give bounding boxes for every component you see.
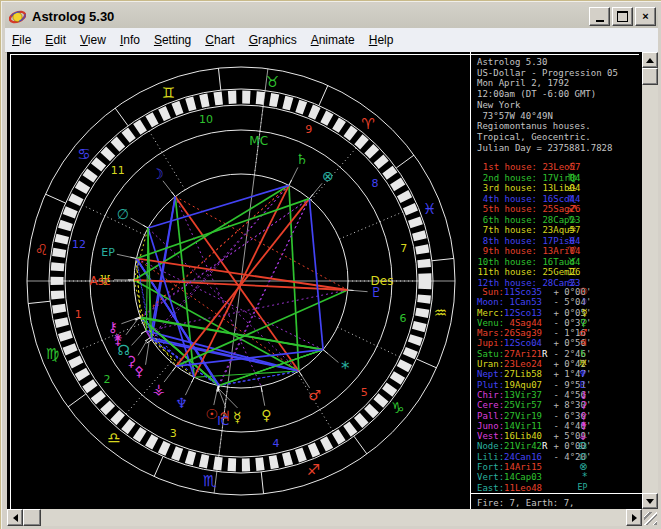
house-cusp-line: [82, 205, 144, 235]
object-row: Juno:14Vir11 - 4°40'⚵: [477, 421, 591, 431]
sign-boundary: [354, 436, 367, 454]
element-summary: Fire: 7, Earth: 7,: [477, 498, 575, 509]
info-panel: Astrolog 5.30US-Dollar - Progression 05M…: [470, 52, 642, 509]
astrolog-window: Astrolog 5.30 × FileEditViewInfoSettingC…: [0, 0, 661, 529]
object-row: Mars:26Sag39 - 1°16'♂: [477, 328, 591, 338]
house-row: 9th house: 13Ari04♈: [477, 246, 580, 257]
horizontal-scrollbar[interactable]: [7, 509, 642, 526]
wheel-sign-sagittarius: ♐: [307, 461, 320, 479]
menu-setting[interactable]: Setting: [147, 30, 198, 50]
wheel-sign-cancer: ♋: [77, 145, 90, 163]
object-row: Chir:13Vir37 - 4°56'⚷: [477, 390, 591, 400]
house-cusp-list: 1st house: 23Leo57♌2nd house: 17Vir04♍3r…: [477, 162, 580, 288]
sign-boundary: [416, 359, 436, 368]
vertical-scrollbar[interactable]: [642, 52, 658, 509]
object-row: Merc:12Sco13 + 0°05'☿: [477, 308, 591, 318]
aspect-line: [136, 258, 140, 318]
menu-chart[interactable]: Chart: [198, 30, 241, 50]
sign-boundary: [28, 301, 50, 303]
house-number-6: 6: [399, 312, 406, 325]
wheel-object-mars: ♂: [308, 387, 321, 403]
sign-glyph-icon: ♎: [567, 183, 576, 194]
scroll-right-button[interactable]: [626, 509, 642, 526]
wheel-object-fortune: ⊗: [322, 168, 334, 184]
menu-view[interactable]: View: [73, 30, 113, 50]
object-row: Pall:27Vir19 - 6°36'⚴: [477, 411, 591, 421]
house-row: 3rd house: 13Lib04♎: [477, 183, 580, 194]
object-row: East:11Leo48 EP: [477, 483, 591, 493]
object-row: Node:21Vir42R + 0°00'☊: [477, 441, 591, 451]
object-row: Plut:19Aqu07 - 9°51'♇: [477, 380, 591, 390]
size-grip-icon: [644, 512, 657, 525]
wheel-sign-gemini: ♊: [162, 84, 175, 102]
object-row: Moon:1Can53 - 5°04'☽: [477, 297, 591, 307]
object-pointer-line: [146, 342, 150, 365]
object-pointer-line: [214, 388, 218, 405]
app-icon: [9, 9, 26, 25]
aspect-line: [152, 197, 176, 340]
object-pointer-line: [262, 389, 265, 406]
wheel-object-moon: ☽: [151, 166, 164, 182]
menu-animate[interactable]: Animate: [304, 30, 362, 50]
scroll-up-button[interactable]: [642, 52, 658, 68]
menu-help[interactable]: Help: [362, 30, 401, 50]
aspect-line: [219, 199, 309, 386]
resize-corner[interactable]: [642, 509, 658, 526]
panel-divider: [471, 493, 642, 494]
chart-canvas: ♈♉♊♋♌♍♎♏♐♑♒♓123456789101112⚷⚵☊⚳⚴⚶♆☉♃☿♀♂*…: [7, 52, 642, 509]
menu-graphics[interactable]: Graphics: [242, 30, 304, 50]
aspect-line: [146, 228, 148, 331]
angle-label-asc: Asc: [89, 274, 110, 288]
wheel-sign-capricorn: ♑: [391, 399, 404, 417]
object-pointer-line: [132, 332, 144, 345]
house-number-4: 4: [272, 437, 279, 450]
sign-boundary: [261, 472, 263, 494]
header-line-8: Julian Day = 2375881.7828: [477, 143, 618, 154]
object-pointer-line: [219, 389, 238, 408]
header-line-3: 12:00am (DT -6:00 GMT): [477, 89, 618, 100]
object-row: Venu:4Sag44 - 0°37'♀: [477, 318, 591, 328]
object-pointer-line: [117, 254, 134, 258]
house-number-3: 3: [170, 427, 177, 440]
window-title: Astrolog 5.30: [32, 9, 114, 24]
wheel-sign-aries: ♈: [361, 115, 374, 133]
house-row: 11th house: 25Gem26♊: [477, 267, 580, 278]
house-number-2: 2: [103, 373, 110, 386]
sign-boundary: [396, 155, 414, 168]
sign-boundary: [154, 456, 163, 476]
object-row: Lili:24Can16 - 4°20'∅: [477, 452, 591, 462]
scroll-left-button[interactable]: [7, 509, 23, 526]
house-number-1: 1: [75, 308, 82, 321]
maximize-button[interactable]: [612, 7, 633, 26]
close-button[interactable]: ×: [635, 7, 656, 26]
wheel-object-neptune: ♆: [175, 395, 188, 411]
vertical-scroll-thumb[interactable]: [642, 68, 658, 85]
header-line-0: Astrolog 5.30: [477, 57, 618, 68]
wheel-sign-aquarius: ♒: [434, 304, 447, 322]
aspect-line: [148, 185, 289, 228]
house-row: 1st house: 23Leo57♌: [477, 162, 580, 173]
scroll-down-button[interactable]: [642, 493, 658, 509]
sign-glyph-icon: ♊: [567, 267, 576, 278]
wheel-object-pallas: ⚴: [134, 363, 144, 379]
object-glyph-icon: *: [582, 472, 587, 482]
object-pointer-line: [290, 167, 298, 182]
wheel-sign-leo: ♌: [35, 241, 48, 259]
minimize-button[interactable]: [589, 7, 610, 26]
wheel-object-sun: ☉: [206, 406, 219, 422]
menu-info[interactable]: Info: [113, 30, 147, 50]
menu-edit[interactable]: Edit: [38, 30, 73, 50]
header-line-2: Mon April 2, 1792: [477, 78, 618, 89]
horizontal-scroll-thumb[interactable]: [23, 509, 41, 526]
object-row: Uran:23Leo24 + 0°42'♅: [477, 359, 591, 369]
sign-glyph-icon: ♒: [567, 225, 576, 236]
up-arrow-icon: [646, 58, 654, 63]
header-line-6: Regiomontanus houses.: [477, 121, 618, 132]
angle-label-ic: IC: [217, 414, 229, 428]
house-number-11: 11: [111, 164, 125, 177]
house-row: 6th house: 28Cap23♑: [477, 215, 580, 226]
house-number-7: 7: [400, 242, 407, 255]
object-row: Satu:27Ari21R - 2°46'♄: [477, 349, 591, 359]
menu-file[interactable]: File: [5, 30, 38, 50]
menu-bar: FileEditViewInfoSettingChartGraphicsAnim…: [5, 28, 658, 53]
